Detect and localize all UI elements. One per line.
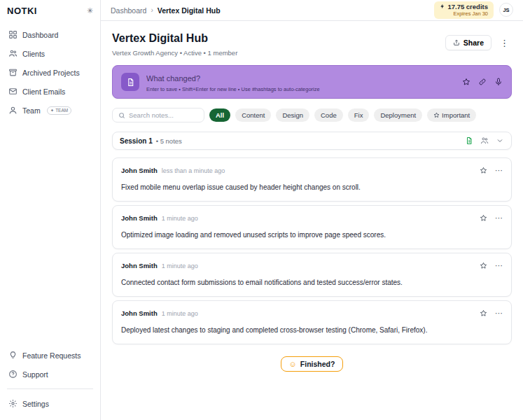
team-icon bbox=[8, 106, 18, 115]
notes-list: John Smith less than a minute ago ⋯ Fixe… bbox=[112, 158, 512, 344]
sidebar-header: NOTKI ✳ bbox=[0, 0, 100, 21]
note-author: John Smith bbox=[121, 167, 158, 174]
settings-gear-icon bbox=[8, 399, 18, 408]
note-card: John Smith less than a minute ago ⋯ Fixe… bbox=[112, 158, 512, 202]
note-actions: ⋯ bbox=[480, 309, 503, 317]
sparkle-icon: ✦ bbox=[50, 108, 54, 113]
note-text: Deployed latest changes to staging and c… bbox=[121, 326, 503, 334]
team-badge: ✦TEAM bbox=[47, 106, 72, 115]
star-icon[interactable] bbox=[480, 167, 487, 174]
star-icon[interactable] bbox=[480, 262, 487, 270]
note-card: John Smith 1 minute ago ⋯ Deployed lates… bbox=[112, 300, 512, 344]
sidebar-divider bbox=[7, 388, 93, 389]
breadcrumb-current: Vertex Digital Hub bbox=[158, 6, 221, 15]
note-header: John Smith 1 minute ago ⋯ bbox=[121, 262, 503, 270]
composer-input[interactable] bbox=[146, 74, 455, 83]
star-icon[interactable] bbox=[480, 214, 487, 222]
page-header: Vertex Digital Hub Vertex Growth Agency … bbox=[112, 32, 512, 57]
search-input[interactable] bbox=[129, 111, 198, 119]
sidebar-item-label: Archived Projects bbox=[22, 69, 80, 77]
sidebar-nav: Dashboard Clients Archived Projects Clie… bbox=[0, 21, 100, 342]
theme-toggle-icon[interactable]: ✳ bbox=[87, 6, 93, 15]
feature-requests-icon bbox=[8, 351, 18, 360]
page-title: Vertex Digital Hub bbox=[112, 32, 237, 45]
composer-actions bbox=[462, 78, 503, 86]
filter-pill-code[interactable]: Code bbox=[314, 108, 343, 122]
microphone-icon[interactable] bbox=[494, 78, 503, 86]
sidebar-item-client-emails[interactable]: Client Emails bbox=[4, 82, 96, 101]
finished-button[interactable]: ☺ Finished? bbox=[281, 356, 344, 372]
page-header-left: Vertex Digital Hub Vertex Growth Agency … bbox=[112, 32, 237, 57]
filter-pill-fix[interactable]: Fix bbox=[348, 108, 370, 122]
filter-pill-content[interactable]: Content bbox=[235, 108, 271, 122]
star-icon[interactable] bbox=[480, 309, 487, 317]
share-icon bbox=[453, 39, 460, 46]
page-subtitle: Vertex Growth Agency • Active • 1 member bbox=[112, 49, 237, 57]
support-icon bbox=[8, 370, 18, 379]
credits-badge[interactable]: 17.75 credits Expires Jan 30 bbox=[434, 1, 494, 19]
members-icon[interactable] bbox=[480, 136, 489, 145]
bolt-icon bbox=[440, 3, 445, 10]
session-actions bbox=[465, 136, 504, 145]
more-options-icon[interactable]: ⋮ bbox=[497, 38, 512, 48]
chevron-down-icon[interactable] bbox=[496, 136, 504, 145]
breadcrumb-dashboard[interactable]: Dashboard bbox=[111, 6, 146, 15]
link-icon[interactable] bbox=[478, 78, 487, 86]
sidebar-item-archived-projects[interactable]: Archived Projects bbox=[4, 63, 96, 82]
app-logo: NOTKI bbox=[7, 6, 37, 16]
mail-icon bbox=[8, 87, 18, 96]
filter-pill-important[interactable]: Important bbox=[427, 108, 476, 122]
archive-icon bbox=[8, 68, 18, 77]
search-icon bbox=[118, 112, 125, 119]
star-icon bbox=[433, 112, 440, 118]
composer-body: Enter to save • Shift+Enter for new line… bbox=[146, 71, 455, 92]
sidebar-item-feature-requests[interactable]: Feature Requests bbox=[4, 346, 96, 365]
note-actions: ⋯ bbox=[480, 214, 503, 222]
note-more-icon[interactable]: ⋯ bbox=[495, 214, 503, 222]
note-author: John Smith bbox=[121, 214, 158, 222]
page-actions: Share ⋮ bbox=[445, 35, 512, 50]
sidebar-footer: Feature Requests Support Settings bbox=[0, 342, 100, 420]
sidebar-item-label: Feature Requests bbox=[22, 351, 81, 360]
note-timestamp: 1 minute ago bbox=[162, 310, 198, 317]
note-timestamp: 1 minute ago bbox=[162, 262, 198, 270]
note-actions: ⋯ bbox=[480, 262, 503, 270]
note-timestamp: 1 minute ago bbox=[162, 215, 198, 222]
note-more-icon[interactable]: ⋯ bbox=[495, 262, 503, 270]
session-header[interactable]: Session 1 • 5 notes bbox=[112, 132, 512, 150]
sidebar-item-label: Settings bbox=[22, 400, 49, 408]
credits-expiry: Expires Jan 30 bbox=[440, 10, 488, 17]
note-card: John Smith 1 minute ago ⋯ Optimized imag… bbox=[112, 205, 512, 249]
filter-pill-design[interactable]: Design bbox=[276, 108, 309, 122]
note-header: John Smith 1 minute ago ⋯ bbox=[121, 309, 503, 317]
note-header: John Smith less than a minute ago ⋯ bbox=[121, 167, 503, 174]
avatar[interactable]: JS bbox=[499, 3, 513, 17]
topbar: Dashboard › Vertex Digital Hub 17.75 cre… bbox=[101, 0, 523, 21]
smiley-icon: ☺ bbox=[289, 360, 297, 368]
note-text: Fixed mobile menu overlap issue caused b… bbox=[121, 183, 503, 191]
export-doc-icon[interactable] bbox=[465, 136, 473, 145]
filter-row: All Content Design Code Fix Deployment I… bbox=[112, 108, 512, 122]
sidebar-item-team[interactable]: Team ✦TEAM bbox=[4, 101, 96, 120]
note-more-icon[interactable]: ⋯ bbox=[495, 309, 503, 317]
sidebar-item-settings[interactable]: Settings bbox=[4, 394, 96, 413]
app-window: NOTKI ✳ Dashboard Clients Archived Pr bbox=[0, 0, 523, 420]
sidebar-item-label: Clients bbox=[22, 50, 45, 58]
note-text: Optimized image loading and removed unus… bbox=[121, 231, 503, 239]
note-composer: Enter to save • Shift+Enter for new line… bbox=[112, 65, 512, 99]
session-note-count: • 5 notes bbox=[156, 137, 182, 145]
note-card: John Smith 1 minute ago ⋯ Connected cont… bbox=[112, 253, 512, 297]
star-icon[interactable] bbox=[462, 78, 470, 86]
filter-pill-deployment[interactable]: Deployment bbox=[374, 108, 422, 122]
page-content: Vertex Digital Hub Vertex Growth Agency … bbox=[101, 21, 523, 420]
sidebar-item-label: Support bbox=[22, 370, 48, 379]
filter-pill-all[interactable]: All bbox=[209, 108, 230, 122]
sidebar-item-dashboard[interactable]: Dashboard bbox=[4, 25, 96, 44]
composer-hint: Enter to save • Shift+Enter for new line… bbox=[146, 86, 455, 92]
main-area: Dashboard › Vertex Digital Hub 17.75 cre… bbox=[101, 0, 523, 420]
sidebar-item-clients[interactable]: Clients bbox=[4, 44, 96, 63]
share-button[interactable]: Share bbox=[445, 35, 491, 50]
sidebar: NOTKI ✳ Dashboard Clients Archived Pr bbox=[0, 0, 101, 420]
note-more-icon[interactable]: ⋯ bbox=[495, 167, 503, 174]
sidebar-item-support[interactable]: Support bbox=[4, 365, 96, 384]
